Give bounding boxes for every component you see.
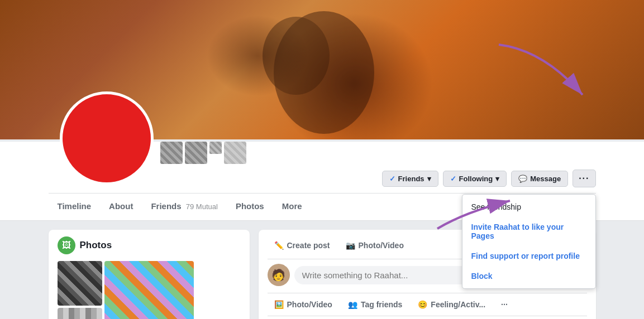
mutual-count: 79 Mutual xyxy=(186,202,218,211)
more-tools-icon: ··· xyxy=(501,300,508,309)
friends-label: Friends xyxy=(398,175,424,183)
profile-thumb-4 xyxy=(224,142,246,164)
friends-dropdown-icon: ▾ xyxy=(427,175,431,183)
following-check-icon: ✓ xyxy=(450,175,456,183)
tag-friends-label: Tag friends xyxy=(361,300,402,309)
photo-video-button[interactable]: 📷 Photo/Video xyxy=(339,236,411,254)
feeling-icon: 😊 xyxy=(418,300,427,309)
photo-thumb-1[interactable] xyxy=(58,261,102,306)
following-label: Following xyxy=(459,175,493,183)
profile-section: ✓ Friends ▾ ✓ Following ▾ 💬 Message ··· xyxy=(0,142,644,221)
tag-friends-button[interactable]: 👥 Tag friends xyxy=(341,296,409,313)
following-dropdown-icon: ▾ xyxy=(495,175,499,183)
profile-actions: ✓ Friends ▾ ✓ Following ▾ 💬 Message ··· xyxy=(49,164,596,187)
message-button[interactable]: 💬 Message xyxy=(511,171,568,187)
photo-thumb-2[interactable] xyxy=(58,308,102,319)
feeling-button[interactable]: 😊 Feeling/Activ... xyxy=(411,296,492,313)
more-dropdown-menu: See friendship Invite Raahat to like you… xyxy=(462,194,596,289)
tab-friends[interactable]: Friends 79 Mutual xyxy=(142,194,226,220)
camera-icon: 📷 xyxy=(346,241,355,250)
tab-more[interactable]: More xyxy=(273,194,311,220)
dropdown-find-support[interactable]: Find support or report profile xyxy=(462,246,595,266)
more-dots-icon: ··· xyxy=(579,173,589,183)
tab-about[interactable]: About xyxy=(100,194,142,220)
message-label: Message xyxy=(530,175,561,183)
more-button-wrapper: ··· See friendship Invite Raahat to like… xyxy=(573,170,595,187)
photo-thumb-large[interactable] xyxy=(104,261,194,319)
following-button[interactable]: ✓ Following ▾ xyxy=(443,171,507,187)
create-post-button[interactable]: ✏️ Create post xyxy=(268,236,337,254)
post-actions-bar: ⚙ Post xyxy=(268,316,587,319)
dropdown-see-friendship[interactable]: See friendship xyxy=(462,197,595,217)
create-post-label: Create post xyxy=(287,241,330,250)
friends-check-icon: ✓ xyxy=(389,175,395,183)
profile-thumb-2 xyxy=(185,142,207,164)
widget-header: 🖼 Photos xyxy=(58,236,241,254)
profile-thumb-1 xyxy=(160,142,183,164)
profile-thumb-3 xyxy=(209,142,222,154)
more-tools-button[interactable]: ··· xyxy=(494,296,514,313)
dropdown-invite-pages[interactable]: Invite Raahat to like your Pages xyxy=(462,217,595,246)
profile-thumbnail-row xyxy=(160,142,596,164)
photo-video-label: Photo/Video xyxy=(359,241,404,250)
photos-widget: 🖼 Photos xyxy=(49,230,250,319)
more-button[interactable]: ··· xyxy=(573,170,595,187)
photo-icon-tool: 🖼️ xyxy=(274,300,284,309)
friends-button[interactable]: ✓ Friends ▾ xyxy=(382,171,438,187)
profile-inner: ✓ Friends ▾ ✓ Following ▾ 💬 Message ··· xyxy=(49,142,596,220)
photos-grid xyxy=(58,261,241,319)
photo-video-tool-button[interactable]: 🖼️ Photo/Video xyxy=(268,296,339,313)
composer-bottom-tools: 🖼️ Photo/Video 👥 Tag friends 😊 Feeling/A… xyxy=(268,293,587,313)
composer-avatar: 🧑 xyxy=(268,264,290,286)
photos-widget-title: Photos xyxy=(80,240,112,251)
svg-point-1 xyxy=(263,17,330,95)
dropdown-block[interactable]: Block xyxy=(462,266,595,286)
photo-icon: 🖼 xyxy=(62,240,71,250)
feeling-label: Feeling/Activ... xyxy=(431,300,485,309)
photo-video-tool-label: Photo/Video xyxy=(287,300,332,309)
photos-widget-icon: 🖼 xyxy=(58,236,75,254)
edit-icon: ✏️ xyxy=(274,241,284,250)
left-column: 🖼 Photos xyxy=(49,230,250,319)
tab-photos[interactable]: Photos xyxy=(227,194,273,220)
tag-icon: 👥 xyxy=(348,300,357,309)
message-icon: 💬 xyxy=(518,175,527,183)
page-wrapper: ✓ Friends ▾ ✓ Following ▾ 💬 Message ··· xyxy=(0,0,644,319)
tab-timeline[interactable]: Timeline xyxy=(49,194,101,220)
